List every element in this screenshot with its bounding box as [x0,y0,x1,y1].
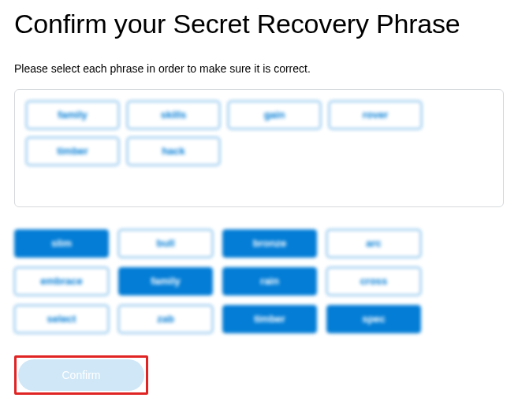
page-title: Confirm your Secret Recovery Phrase [14,8,504,40]
bank-chip[interactable]: spec [326,305,421,333]
bank-chip[interactable]: arc [326,229,421,258]
bank-chip[interactable]: select [14,305,109,333]
selected-chip[interactable]: rover [329,101,422,129]
bank-chip[interactable]: embrace [14,267,109,295]
bank-chip[interactable]: zab [118,305,213,333]
selected-chip[interactable]: skills [127,101,220,129]
bank-chip[interactable]: cross [326,267,421,295]
confirm-button[interactable]: Confirm [18,359,144,391]
selected-chip[interactable]: family [26,101,119,129]
selected-phrase-area[interactable]: familyskillsgainrovertimberhack [14,89,504,207]
selected-chip[interactable]: gain [228,101,321,129]
selected-chip[interactable]: hack [127,137,220,165]
bank-chip[interactable]: bull [118,229,213,258]
bank-chip[interactable]: slim [14,229,109,258]
confirm-highlight-box: Confirm [14,355,148,395]
bank-chip[interactable]: bronze [222,229,317,258]
word-bank: slimbullbronzearcembracefamilyraincrosss… [14,229,440,333]
instruction-text: Please select each phrase in order to ma… [14,62,504,75]
bank-chip[interactable]: timber [222,305,317,333]
bank-chip[interactable]: rain [222,267,317,295]
selected-chip[interactable]: timber [26,137,119,165]
bank-chip[interactable]: family [118,267,213,295]
